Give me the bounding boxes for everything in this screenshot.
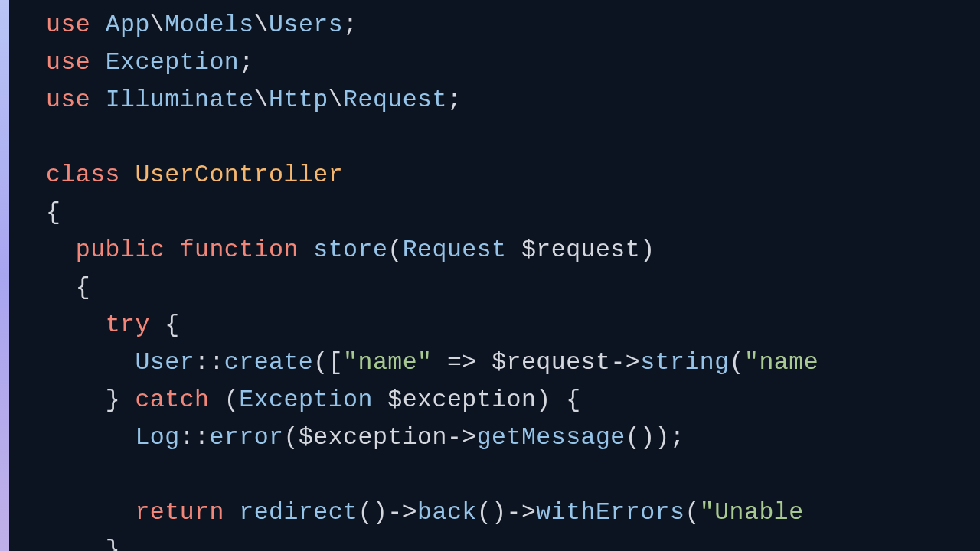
code-line: } catch (Exception $exception) { bbox=[46, 381, 980, 419]
code-line: use Exception; bbox=[46, 44, 980, 81]
code-line: return redirect()->back()->withErrors("U… bbox=[46, 494, 980, 531]
code-line: use Illuminate\Http\Request; bbox=[46, 81, 980, 119]
code-line: public function store(Request $request) bbox=[46, 231, 980, 269]
code-line bbox=[46, 456, 980, 494]
code-line: class UserController bbox=[46, 156, 980, 194]
code-content: use App\Models\Users;use Exception;use I… bbox=[46, 6, 980, 551]
code-line: Log::error($exception->getMessage()); bbox=[46, 419, 980, 456]
code-line: } bbox=[46, 531, 980, 551]
editor-accent-bar bbox=[0, 0, 9, 551]
code-line: use App\Models\Users; bbox=[46, 6, 980, 44]
code-editor[interactable]: use App\Models\Users;use Exception;use I… bbox=[9, 0, 980, 551]
code-line: { bbox=[46, 269, 980, 306]
code-line: try { bbox=[46, 306, 980, 344]
code-line: User::create(["name" => $request->string… bbox=[46, 344, 980, 381]
code-line bbox=[46, 119, 980, 156]
code-line: { bbox=[46, 194, 980, 231]
